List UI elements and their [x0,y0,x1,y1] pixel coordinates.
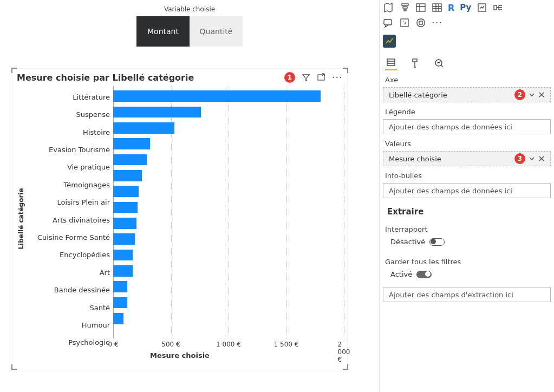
selection-handle-tl[interactable] [11,68,17,73]
tooltip-field-well[interactable]: Ajouter des champs de données ici [383,183,551,198]
viz-icon-paginated[interactable] [415,17,426,28]
svg-rect-12 [419,21,422,24]
bar[interactable] [113,202,138,213]
svg-rect-5 [433,4,441,11]
bar[interactable] [113,107,201,118]
category-label: Littérature [27,88,113,106]
category-label: Cuisine Forme Santé [27,228,113,246]
selection-handle-br[interactable] [343,364,348,370]
slicer-option-quantite[interactable]: Quantité [190,16,243,47]
remove-field-icon[interactable] [538,92,545,98]
bar[interactable] [113,122,174,134]
svg-rect-0 [318,75,324,80]
viz-more-icon[interactable]: ··· [432,18,442,28]
svg-rect-7 [494,5,497,10]
bar[interactable] [113,170,142,181]
category-label: Vie pratique [27,159,113,176]
format-tab[interactable] [409,55,421,70]
bar[interactable] [113,186,139,197]
crossreport-toggle[interactable] [429,238,445,246]
bar[interactable] [113,297,127,309]
category-label: Encyclopédies [27,246,113,264]
bar[interactable] [113,90,321,102]
more-options-icon[interactable]: ··· [332,73,343,82]
x-tick-label: 500 € [161,341,180,348]
category-label: Santé [27,299,113,316]
x-tick-label: 1 500 € [274,341,299,348]
filter-icon[interactable] [302,73,310,82]
viz-icon-matrix[interactable] [432,2,442,13]
category-label: Suspense [27,106,113,123]
category-label: Histoire [27,123,113,141]
analytics-tab[interactable] [433,55,445,70]
y-axis-title: Libellé catégorie [16,86,27,351]
bar[interactable] [113,250,133,261]
svg-rect-2 [403,6,407,8]
bar[interactable] [113,313,123,324]
viz-icon-funnel[interactable] [399,2,410,13]
annotation-badge-3: 3 [514,153,525,164]
drillthrough-field-well[interactable]: Ajouter des champs d'extraction ici [383,287,551,302]
legend-field-well[interactable]: Ajouter des champs de données ici [383,119,551,134]
category-label: Bande dessinée [27,281,113,298]
category-label: Evasion Tourisme [27,141,113,158]
chevron-down-icon[interactable] [529,155,535,162]
chevron-down-icon[interactable] [529,92,535,98]
category-label: Humour [27,316,113,334]
x-axis-title: Mesure choisie [12,351,347,363]
axis-field-well[interactable]: Libellé catégorie 2 [383,87,551,102]
svg-rect-8 [384,19,392,25]
focus-mode-icon[interactable] [317,73,325,82]
slicer: Variable choisie Montant Quantité [5,5,374,47]
viz-icon-narrative[interactable] [399,17,410,28]
category-label: Témoignages [27,176,113,193]
category-labels: LittératureSuspenseHistoireEvasion Touri… [27,86,113,351]
svg-rect-11 [417,19,425,27]
bar[interactable] [113,281,127,292]
x-tick-label: 0 € [108,341,118,348]
visualizations-pane: R Py ··· Axe Libellé catégorie 2 Légende… [379,0,554,392]
viz-icon-decomposition[interactable] [493,2,504,13]
drillthrough-title: Extraire [382,198,552,220]
svg-rect-4 [416,4,425,11]
slicer-option-montant[interactable]: Montant [136,16,190,47]
keepfilters-state: Activé [390,270,412,278]
bar[interactable] [113,233,135,245]
svg-rect-9 [401,19,408,27]
crossreport-label: Interrapport [382,220,552,236]
well-label-values: Valeurs [382,134,552,150]
selection-handle-bl[interactable] [11,364,17,370]
svg-point-10 [403,21,404,22]
category-label: Loisirs Plein air [27,193,113,211]
bar[interactable] [113,218,136,229]
x-tick-label: 1 000 € [216,341,241,348]
selected-viz-icon [383,35,396,48]
well-label-axis: Axe [382,70,552,86]
bar[interactable] [113,138,150,149]
plot-area: 0 €500 €1 000 €1 500 €2 000 € [113,86,344,351]
viz-icon-map[interactable] [383,2,394,13]
viz-icon-r[interactable]: R [448,3,454,13]
remove-field-icon[interactable] [538,155,545,162]
well-label-tooltip: Info-bulles [382,166,552,182]
bar[interactable] [113,265,133,277]
fields-tab[interactable] [385,55,397,70]
category-label: Psychologie [27,334,113,351]
selection-handle-tr[interactable] [343,68,348,73]
svg-rect-3 [404,9,406,11]
viz-icon-keyinfluencers[interactable] [477,2,487,13]
keepfilters-toggle[interactable] [416,271,432,278]
values-field-well[interactable]: Mesure choisie 3 [383,151,551,166]
annotation-badge-2: 2 [514,89,525,100]
slicer-title: Variable choisie [5,5,374,13]
x-tick-label: 2 000 € [338,341,350,363]
svg-rect-13 [387,59,395,66]
category-label: Art [27,264,113,281]
viz-icon-table[interactable] [415,2,426,13]
bar-chart-visual[interactable]: Mesure choisie par Libellé catégorie 1 ·… [12,68,348,369]
viz-icon-python[interactable]: Py [460,3,471,12]
bar[interactable] [113,154,147,166]
viz-icon-qa[interactable] [383,17,394,28]
visual-title: Mesure choisie par Libellé catégorie [17,73,284,83]
well-label-legend: Légende [382,102,552,118]
